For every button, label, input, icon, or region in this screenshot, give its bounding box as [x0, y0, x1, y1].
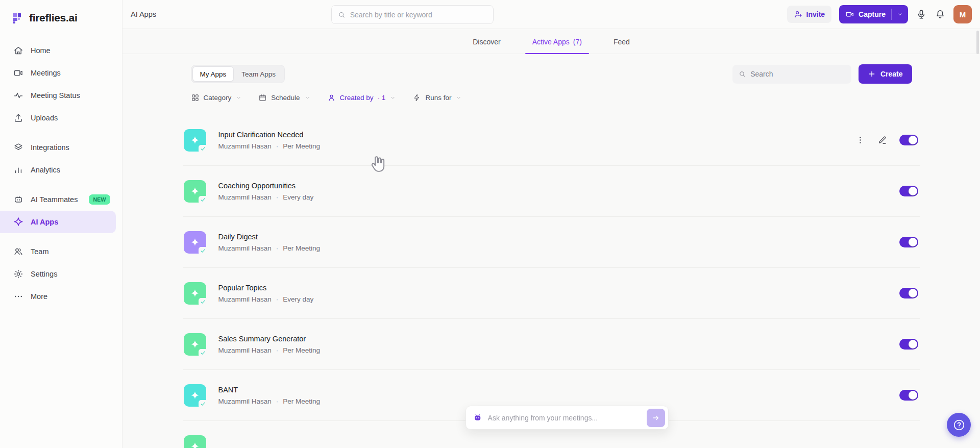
app-schedule: Per Meeting [283, 397, 320, 405]
app-icon [184, 435, 206, 448]
segment-team-apps[interactable]: Team Apps [234, 66, 283, 82]
app-list: Input Clarification Needed Muzammil Hasa… [183, 115, 920, 448]
separator-dot: · [276, 244, 279, 252]
apps-search-input[interactable] [750, 70, 845, 78]
app-schedule: Per Meeting [283, 244, 320, 252]
sidebar-item-integrations[interactable]: Integrations [0, 136, 116, 159]
sidebar-nav: Home Meetings Meeting Status Uploads Int… [0, 39, 122, 308]
chevron-down-icon [896, 11, 903, 18]
arrow-right-icon [652, 414, 660, 422]
tab-active-apps[interactable]: Active Apps (7) [525, 29, 589, 54]
app-enabled-toggle[interactable] [899, 186, 918, 196]
segment-my-apps[interactable]: My Apps [192, 66, 234, 82]
app-enabled-toggle[interactable] [899, 135, 918, 145]
app-row-daily-digest[interactable]: Daily Digest Muzammil Hasan · Per Meetin… [183, 217, 920, 268]
invite-button[interactable]: Invite [787, 6, 832, 23]
app-enabled-toggle[interactable] [899, 237, 918, 247]
enabled-check-badge [199, 349, 208, 357]
sidebar-item-label: More [31, 292, 47, 301]
filter-runs-for[interactable]: Runs for [412, 93, 462, 102]
sparkle-icon [190, 339, 200, 350]
sidebar-item-analytics[interactable]: Analytics [0, 159, 116, 181]
sidebar-item-meeting-status[interactable]: Meeting Status [0, 84, 116, 107]
sidebar-item-label: Integrations [31, 143, 69, 152]
check-icon [200, 350, 206, 356]
app-row-popular-topics[interactable]: Popular Topics Muzammil Hasan · Every da… [183, 268, 920, 319]
chevron-down-icon [304, 94, 311, 101]
app-row-sales-summary-generator[interactable]: Sales Summary Generator Muzammil Hasan ·… [183, 319, 920, 370]
avatar[interactable]: M [953, 5, 972, 23]
sidebar: fireflies.ai Home Meetings Meeting Statu… [0, 0, 122, 448]
toolbar: My AppsTeam Apps Create [183, 64, 920, 84]
tab-discover[interactable]: Discover [465, 29, 507, 54]
brand-logo[interactable]: fireflies.ai [0, 0, 122, 24]
app-enabled-toggle[interactable] [899, 288, 918, 298]
sparkle-icon [190, 135, 200, 145]
separator-dot: · [276, 193, 279, 201]
row-edit-button[interactable] [877, 135, 887, 145]
notifications-button[interactable] [935, 9, 946, 20]
capture-dropdown[interactable] [892, 5, 908, 23]
capture-button[interactable]: Capture [839, 5, 908, 23]
help-button[interactable] [947, 413, 971, 437]
tab-count: (7) [573, 38, 582, 46]
created-by-icon [327, 93, 336, 102]
global-search-input[interactable] [350, 11, 487, 19]
sidebar-item-ai-apps[interactable]: AI Apps [0, 211, 116, 233]
bell-icon [935, 9, 946, 20]
sidebar-item-label: Meetings [31, 69, 61, 77]
chevron-down-icon [235, 94, 242, 101]
sidebar-item-more[interactable]: More [0, 285, 116, 308]
robot-icon [473, 412, 482, 424]
sidebar-item-label: Home [31, 46, 51, 55]
app-row-coaching-opportunities[interactable]: Coaching Opportunities Muzammil Hasan · … [183, 166, 920, 217]
scrollbar-thumb[interactable] [976, 31, 979, 54]
main-content: Discover Active Apps (7) Feed My AppsTea… [122, 0, 980, 448]
app-enabled-toggle[interactable] [899, 390, 918, 401]
ask-fred-bar[interactable] [465, 406, 669, 430]
create-button[interactable]: Create [859, 64, 912, 84]
app-schedule: Per Meeting [283, 142, 320, 150]
topbar: AI Apps Invite Capture M [122, 0, 980, 29]
filter-schedule[interactable]: Schedule [258, 93, 310, 102]
filter-created-by[interactable]: Created by · 1 [327, 93, 397, 102]
send-button[interactable] [647, 409, 665, 427]
sparkle-icon [190, 186, 200, 196]
row-menu-button[interactable] [855, 135, 865, 145]
app-owner: Muzammil Hasan [218, 142, 272, 150]
sidebar-item-ai-teammates[interactable]: AI Teammates NEW [0, 188, 116, 211]
app-enabled-toggle[interactable] [899, 339, 918, 350]
global-search[interactable] [331, 5, 494, 24]
filter-category[interactable]: Category [191, 93, 242, 102]
integrations-icon [13, 142, 23, 153]
app-title: BANT [218, 386, 321, 394]
schedule-icon [258, 93, 267, 102]
ask-input[interactable] [488, 414, 641, 422]
sidebar-item-label: AI Teammates [31, 195, 78, 204]
more-icon [13, 291, 23, 302]
app-owner: Muzammil Hasan [218, 193, 272, 201]
sidebar-item-meetings[interactable]: Meetings [0, 62, 116, 84]
enabled-check-badge [199, 298, 208, 306]
app-row-input-clarification-needed[interactable]: Input Clarification Needed Muzammil Hasa… [183, 115, 920, 166]
sidebar-item-settings[interactable]: Settings [0, 263, 116, 285]
sparkle-icon [190, 288, 200, 298]
sidebar-item-label: Meeting Status [31, 91, 80, 99]
chevron-down-icon [389, 94, 396, 101]
sidebar-item-label: Settings [31, 270, 57, 278]
separator-dot: · [276, 142, 279, 150]
sidebar-item-uploads[interactable]: Uploads [0, 107, 116, 129]
sidebar-item-label: AI Apps [31, 218, 58, 226]
sidebar-item-home[interactable]: Home [0, 39, 116, 62]
microphone-button[interactable] [916, 9, 927, 20]
app-icon [184, 231, 206, 254]
sidebar-item-team[interactable]: Team [0, 240, 116, 263]
settings-icon [13, 269, 23, 279]
sparkle-icon [190, 237, 200, 247]
brand-name: fireflies.ai [29, 12, 77, 24]
video-camera-icon [845, 10, 854, 19]
search-icon [338, 11, 346, 19]
person-plus-icon [794, 10, 803, 19]
tab-feed[interactable]: Feed [606, 29, 637, 54]
apps-search[interactable] [732, 65, 851, 84]
